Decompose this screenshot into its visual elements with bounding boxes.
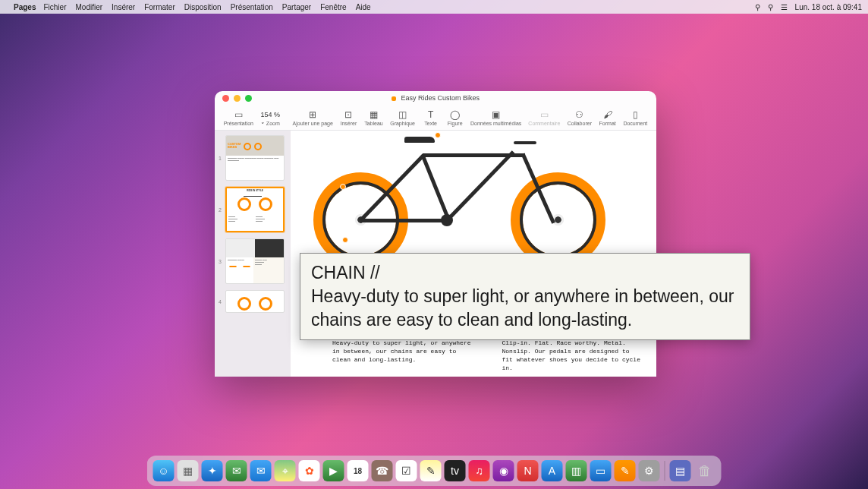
comment-icon: ▭ <box>540 109 549 120</box>
dock-numbers[interactable]: ▥ <box>566 460 587 481</box>
dock-finder[interactable]: ☺ <box>153 460 175 481</box>
dock: ☺ ▦ ✦ ✉ ✉ ⌖ ✿ ▶ 18 ☎ ☑ ✎ tv ♫ ◉ N A ▥ ▭ … <box>147 456 722 486</box>
document-icon <box>392 96 396 101</box>
comment-button[interactable]: ▭ Commentaire <box>526 109 563 126</box>
menu-insert[interactable]: Insérer <box>112 3 135 11</box>
collaborate-button[interactable]: ⚇ Collaborer <box>565 109 595 126</box>
dock-launchpad[interactable]: ▦ <box>178 460 199 481</box>
menu-format[interactable]: Formater <box>144 3 175 11</box>
page-thumbnails[interactable]: 1 CUSTOMBIKES ▬▬▬▬ ▬▬▬ ▬▬▬▬▬ ▬▬▬ ▬▬▬▬ ▬▬… <box>215 131 291 377</box>
chart-button[interactable]: ◫ Graphique <box>388 109 418 126</box>
dock-pages[interactable]: ✎ <box>615 460 636 481</box>
dock-mail[interactable]: ✉ <box>250 460 272 481</box>
menu-help[interactable]: Aide <box>356 3 371 11</box>
dock-settings[interactable]: ⚙ <box>639 460 660 481</box>
dock-contacts[interactable]: ☎ <box>372 460 393 481</box>
thumbnail-page-3[interactable]: 3 ▬▬▬▬ ▬▬▬ ▬▬▬ ▬ <box>219 238 286 284</box>
add-page-button[interactable]: ⊞ Ajouter une page <box>290 109 335 126</box>
menu-view[interactable]: Présentation <box>231 3 273 11</box>
dock-reminders[interactable]: ☑ <box>396 460 417 481</box>
dock-photos[interactable]: ✿ <box>299 460 320 481</box>
zoom-dropdown[interactable]: 154 % ˅ Zoom <box>258 109 288 126</box>
control-center-icon[interactable]: ☰ <box>781 3 788 11</box>
menu-share[interactable]: Partager <box>282 3 311 11</box>
window-controls <box>222 95 252 102</box>
callout-dot <box>435 132 441 138</box>
spotlight-icon[interactable]: ⚲ <box>768 3 773 11</box>
dock-separator <box>665 461 665 481</box>
document-button[interactable]: ▯ Document <box>621 109 650 126</box>
zoom-button[interactable] <box>245 95 252 102</box>
table-icon: ▦ <box>370 109 378 120</box>
media-button[interactable]: ▣ Données multimédias <box>468 109 524 126</box>
document-icon: ▯ <box>633 109 638 120</box>
dock-podcasts[interactable]: ◉ <box>493 460 514 481</box>
chain-body: Heavy-duty to super light, or anywhere i… <box>332 339 472 364</box>
dock-safari[interactable]: ✦ <box>202 460 223 481</box>
dock-messages[interactable]: ✉ <box>226 460 247 481</box>
dock-notes[interactable]: ✎ <box>420 460 442 481</box>
menubar-clock[interactable]: Lun. 18 oct. à 09:41 <box>795 3 862 11</box>
menu-arrange[interactable]: Disposition <box>184 3 222 11</box>
titlebar: Easy Rides Custom Bikes <box>215 91 656 105</box>
dock-recent[interactable]: ▤ <box>670 460 691 481</box>
collaborate-icon: ⚇ <box>575 109 583 120</box>
app-menu[interactable]: Pages <box>14 3 36 11</box>
insert-button[interactable]: ⊡ Insérer <box>337 109 360 126</box>
thumbnail-page-4[interactable]: 4 <box>219 290 286 313</box>
dock-facetime[interactable]: ▶ <box>323 460 344 481</box>
shape-button[interactable]: ◯ Figure <box>444 109 467 126</box>
dock-calendar[interactable]: 18 <box>348 460 369 481</box>
pedals-body: Clip-in. Flat. Race worthy. Metal. Nonsl… <box>502 339 642 372</box>
shape-icon: ◯ <box>450 109 460 120</box>
text-button[interactable]: T Texte <box>420 109 442 126</box>
add-page-icon: ⊞ <box>309 109 316 120</box>
view-icon: ▭ <box>234 109 243 120</box>
callout-dot <box>340 184 346 190</box>
view-button[interactable]: ▭ Présentation <box>221 109 256 126</box>
minimize-button[interactable] <box>234 95 241 102</box>
tooltip-line2: Heavy-duty to super light, or anywhere i… <box>311 285 739 332</box>
tooltip-line1: CHAIN // <box>311 261 739 285</box>
menubar: Pages Fichier Modifier Insérer Formater … <box>0 0 868 14</box>
thumbnail-page-1[interactable]: 1 CUSTOMBIKES ▬▬▬▬ ▬▬▬ ▬▬▬▬▬ ▬▬▬ ▬▬▬▬ ▬▬… <box>219 135 286 181</box>
dock-keynote[interactable]: ▭ <box>590 460 612 481</box>
menu-edit[interactable]: Modifier <box>75 3 102 11</box>
dock-maps[interactable]: ⌖ <box>275 460 296 481</box>
format-icon: 🖌 <box>603 109 612 120</box>
dock-news[interactable]: N <box>517 460 539 481</box>
dock-music[interactable]: ♫ <box>469 460 490 481</box>
document-title: Easy Rides Custom Bikes <box>215 94 656 102</box>
dock-trash[interactable]: 🗑 <box>694 460 715 481</box>
chart-icon: ◫ <box>398 109 407 120</box>
hover-text-tooltip: CHAIN // Heavy-duty to super light, or a… <box>300 253 750 340</box>
close-button[interactable] <box>222 95 229 102</box>
callout-dot <box>342 237 348 243</box>
media-icon: ▣ <box>492 109 500 120</box>
thumbnail-page-2[interactable]: 2 RIDE IN STYLE ▬▬▬▬▬▬▬▬▬▬ ▬▬▬▬▬▬▬▬▬▬ <box>219 187 286 232</box>
text-icon: T <box>428 109 433 120</box>
document-title-text: Easy Rides Custom Bikes <box>401 94 480 102</box>
wifi-icon[interactable]: ⚲ <box>755 3 760 11</box>
format-button[interactable]: 🖌 Format <box>596 109 619 126</box>
toolbar: ▭ Présentation 154 % ˅ Zoom ⊞ Ajouter un… <box>215 105 656 131</box>
dock-appstore[interactable]: A <box>542 460 563 481</box>
menu-file[interactable]: Fichier <box>43 3 66 11</box>
dock-tv[interactable]: tv <box>445 460 466 481</box>
table-button[interactable]: ▦ Tableau <box>361 109 385 126</box>
menu-window[interactable]: Fenêtre <box>320 3 346 11</box>
insert-icon: ⊡ <box>344 109 352 120</box>
